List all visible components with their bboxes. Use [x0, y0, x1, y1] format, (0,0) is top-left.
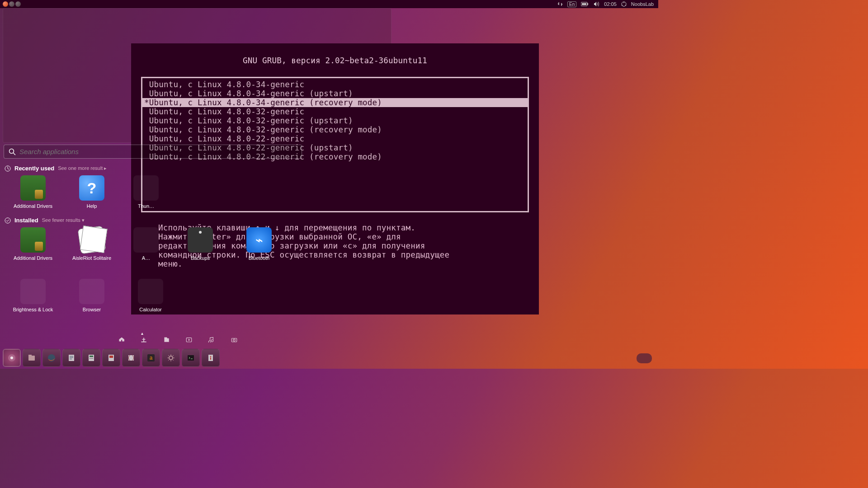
help-icon: ?	[79, 175, 104, 201]
top-menu-bar: En 02:05 NoobsLab	[0, 0, 658, 8]
app-launcher-brightness-lock[interactable]: Brightness & Lock	[13, 279, 53, 312]
grub-entry[interactable]: Ubuntu, с Linux 4.8.0-32-generic (upstar…	[142, 116, 528, 125]
dash-category-bar	[118, 336, 238, 344]
category-home[interactable]	[118, 336, 125, 344]
app-label: Help	[71, 203, 112, 209]
session-icon[interactable]	[621, 1, 627, 7]
recent-apps-grid: Additional Drivers?HelpThun…	[4, 175, 302, 209]
photo-icon	[231, 336, 238, 343]
user-label[interactable]: NoobsLab	[631, 1, 654, 7]
dock-ubuntu[interactable]	[3, 349, 21, 367]
app-label: AisleRiot Solitaire	[71, 255, 112, 261]
writer-icon	[67, 353, 76, 362]
svg-rect-14	[28, 355, 32, 356]
grub-entry[interactable]: *Ubuntu, с Linux 4.8.0-34-generic (recov…	[142, 98, 528, 107]
dock-writer[interactable]	[62, 349, 80, 367]
app-launcher-additional-drivers[interactable]: Additional Drivers	[13, 175, 53, 209]
svg-point-7	[5, 218, 10, 223]
app-label: Brightness & Lock	[13, 307, 53, 312]
recent-icon	[5, 165, 11, 172]
dash-overlay: Recently used See one more result ▸ Addi…	[4, 145, 302, 312]
category-files[interactable]	[163, 336, 170, 344]
app-launcher-thun-[interactable]: Thun…	[130, 175, 162, 209]
app-launcher-additional-drivers[interactable]: Additional Drivers	[13, 227, 53, 261]
blank-icon	[79, 279, 104, 304]
keyboard-layout-indicator[interactable]: En	[567, 1, 576, 7]
search-bar[interactable]	[4, 145, 302, 159]
app-launcher-backups[interactable]: Backups	[180, 227, 221, 261]
trash-indicator[interactable]	[637, 353, 652, 363]
app-label: A…	[130, 255, 162, 261]
grub-entry[interactable]: Ubuntu, с Linux 4.8.0-22-generic	[142, 134, 528, 143]
recent-expand-hint[interactable]: See one more result ▸	[58, 165, 107, 171]
dock-impress[interactable]	[102, 349, 120, 367]
minimize-button[interactable]	[9, 1, 14, 7]
svg-rect-23	[91, 358, 92, 359]
dock-firefox[interactable]	[42, 349, 61, 367]
app-launcher-a-[interactable]: A…	[130, 227, 162, 261]
network-icon[interactable]	[557, 1, 563, 7]
svg-rect-19	[70, 359, 72, 359]
files-icon	[27, 353, 36, 362]
dock-files[interactable]	[23, 349, 41, 367]
svg-point-4	[9, 149, 14, 153]
grub-entry[interactable]: Ubuntu, с Linux 4.8.0-34-generic (upstar…	[142, 89, 528, 98]
svg-rect-13	[28, 356, 35, 361]
app-launcher-aisleriot-solitaire[interactable]: AisleRiot Solitaire	[71, 227, 112, 261]
recent-section-header[interactable]: Recently used See one more result ▸	[5, 165, 301, 172]
files-icon	[163, 336, 170, 343]
amazon-icon: a	[146, 353, 156, 362]
app-label: Additional Drivers	[13, 203, 53, 209]
blank-icon	[20, 279, 46, 304]
svg-rect-22	[90, 358, 90, 359]
app-launcher-help[interactable]: ?Help	[71, 175, 112, 209]
settings-icon	[166, 353, 175, 362]
home-icon	[118, 336, 125, 343]
search-icon	[9, 148, 16, 155]
grub-entry[interactable]: Ubuntu, с Linux 4.8.0-34-generic	[142, 80, 528, 89]
dock-terminal[interactable]	[182, 349, 200, 367]
app-label: Thun…	[130, 203, 162, 209]
grub-title: GNU GRUB, версия 2.02~beta2-36ubuntu11	[131, 43, 539, 65]
dock-software[interactable]	[122, 349, 140, 367]
clock[interactable]: 02:05	[604, 1, 617, 7]
svg-rect-30	[188, 355, 194, 361]
dock-settings[interactable]	[162, 349, 180, 367]
app-launcher-bluetooth[interactable]: ⌁Bluetooth	[239, 227, 279, 261]
category-photo[interactable]	[231, 336, 238, 344]
search-input[interactable]	[19, 148, 297, 155]
installed-section-header[interactable]: Installed See fewer results ▾	[5, 217, 301, 224]
dock-info[interactable]	[202, 349, 220, 367]
dock-calc[interactable]	[82, 349, 100, 367]
app-label: Bluetooth	[239, 255, 279, 261]
app-launcher-browser[interactable]: Browser	[71, 279, 112, 312]
app-label: Calculator	[130, 307, 171, 312]
svg-rect-33	[210, 357, 211, 360]
software-icon	[127, 353, 136, 362]
svg-line-5	[14, 153, 16, 155]
category-video[interactable]	[185, 336, 193, 344]
grub-entry[interactable]: Ubuntu, с Linux 4.8.0-32-generic (recove…	[142, 125, 528, 134]
svg-point-29	[169, 356, 173, 360]
dock-amazon[interactable]: a	[142, 349, 160, 367]
svg-rect-24	[92, 358, 93, 359]
category-music[interactable]	[208, 336, 215, 344]
chip-icon	[20, 227, 46, 253]
category-apps[interactable]	[140, 336, 147, 344]
svg-rect-17	[70, 356, 73, 357]
svg-rect-26	[109, 356, 113, 358]
close-button[interactable]	[3, 1, 8, 7]
svg-rect-1	[587, 3, 588, 5]
ubuntu-icon	[7, 353, 16, 362]
battery-icon[interactable]	[581, 2, 589, 6]
svg-rect-21	[90, 356, 93, 357]
app-launcher-calculator[interactable]: Calculator	[130, 279, 171, 312]
apps-icon	[140, 336, 147, 343]
app-label: Additional Drivers	[13, 255, 53, 261]
video-icon	[185, 336, 193, 343]
installed-icon	[5, 217, 11, 224]
installed-collapse-hint[interactable]: See fewer results ▾	[42, 217, 85, 223]
maximize-button[interactable]	[15, 1, 21, 7]
volume-icon[interactable]	[594, 1, 599, 7]
grub-entry[interactable]: Ubuntu, с Linux 4.8.0-32-generic	[142, 107, 528, 116]
